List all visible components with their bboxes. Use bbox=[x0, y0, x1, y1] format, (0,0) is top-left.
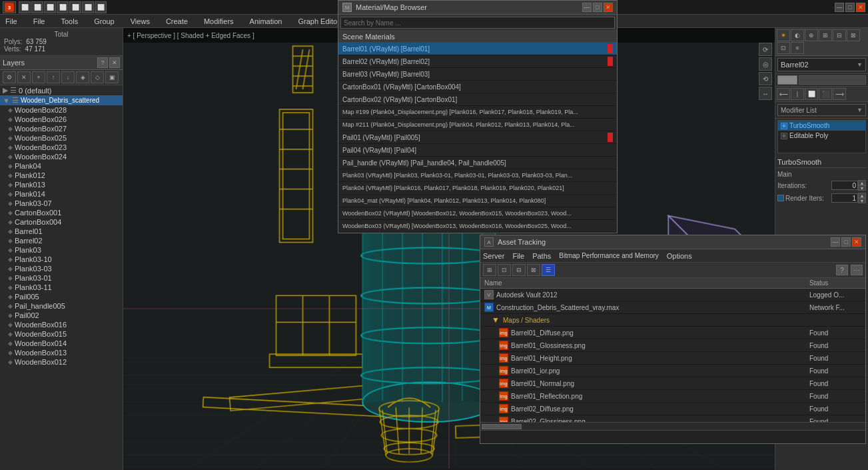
toolbar-icon-5[interactable]: ⬜ bbox=[69, 1, 81, 13]
render-iters-checkbox[interactable] bbox=[777, 195, 784, 201]
layers-list[interactable]: ▶ ☰ 0 (default) ▼ ☰ Wooden_Debris_scatte… bbox=[0, 85, 123, 470]
layer-item-pail005[interactable]: ◆ Pail005 bbox=[0, 292, 123, 301]
menu-edit[interactable]: File bbox=[31, 17, 48, 25]
layer-tool-1[interactable]: ⚙ bbox=[3, 71, 16, 83]
layer-item-cartonbox004[interactable]: ◆ CartonBox004 bbox=[0, 217, 123, 227]
mat-item-barrel01[interactable]: Barrel01 (VRayMtl) [Barrel01] bbox=[338, 43, 617, 55]
layer-item-woodenbox016[interactable]: ◆ WoodenBox016 bbox=[0, 320, 123, 329]
asset-minimize[interactable]: — bbox=[831, 237, 840, 247]
iterations-down[interactable]: ▼ bbox=[858, 185, 866, 191]
modifier-list-header[interactable]: Modifier List ▼ bbox=[777, 104, 866, 116]
menu-modifiers[interactable]: Modifiers bbox=[201, 17, 236, 25]
layer-tool-add[interactable]: + bbox=[32, 71, 45, 83]
asset-menu-paths[interactable]: Paths bbox=[532, 252, 551, 260]
render-iters-input[interactable]: 1 bbox=[831, 193, 858, 203]
modifier-editablepoly[interactable]: ⊕ Editable Poly bbox=[778, 131, 865, 141]
asset-close[interactable]: ✕ bbox=[852, 237, 861, 247]
asset-row-barrel01ior[interactable]: img Barrel01_ior.png Found bbox=[480, 365, 865, 377]
toolbar-icon-2[interactable]: ⬜ bbox=[31, 1, 43, 13]
layer-item-plank03-01[interactable]: ◆ Plank03-01 bbox=[0, 273, 123, 283]
asset-row-maps-folder[interactable]: ▼ Maps / Shaders bbox=[480, 314, 865, 327]
asset-rows[interactable]: V Autodesk Vault 2012 Logged O... M Cons… bbox=[480, 289, 865, 422]
asset-row-vault[interactable]: V Autodesk Vault 2012 Logged O... bbox=[480, 289, 865, 301]
asset-tool-4[interactable]: ⊠ bbox=[527, 264, 540, 276]
layer-1-item[interactable]: ▼ ☰ Wooden_Debris_scattered bbox=[0, 95, 123, 105]
vp-nav-btn-2[interactable]: ◎ bbox=[759, 57, 772, 71]
asset-menu-options[interactable]: Options bbox=[667, 252, 692, 260]
rp-icon-3[interactable]: ⊕ bbox=[805, 29, 818, 41]
layer-item-plank03-11[interactable]: ◆ Plank03-11 bbox=[0, 283, 123, 292]
vp-nav-btn-1[interactable]: ⟳ bbox=[759, 43, 772, 56]
layer-item-woodenbox015[interactable]: ◆ WoodenBox015 bbox=[0, 329, 123, 339]
mat-item-barrel02[interactable]: Barrel02 (VRayMtl) [Barrel02] bbox=[338, 55, 617, 68]
layer-tool-move-up[interactable]: ↑ bbox=[47, 71, 60, 83]
vp-nav-btn-3[interactable]: ⟲ bbox=[759, 72, 772, 85]
close-button[interactable]: ✕ bbox=[856, 3, 865, 12]
layer-item-plank012[interactable]: ◆ Plank012 bbox=[0, 171, 123, 180]
render-iters-up[interactable]: ▲ bbox=[858, 193, 866, 198]
mat-item-plank04mat[interactable]: Plank04_mat (VRayMtl) [Plank04, Plank012… bbox=[338, 195, 617, 207]
asset-dots[interactable]: ⋯ bbox=[851, 265, 863, 275]
layer-item-barrel01[interactable]: ◆ Barrel01 bbox=[0, 227, 123, 236]
menu-animation[interactable]: Animation bbox=[247, 17, 285, 25]
asset-maximize[interactable]: □ bbox=[841, 237, 851, 247]
layer-item-woodenbox023[interactable]: ◆ WoodenBox023 bbox=[0, 143, 123, 152]
layer-item-woodenbox025[interactable]: ◆ WoodenBox025 bbox=[0, 133, 123, 143]
rp-icon-8[interactable]: ≡ bbox=[791, 42, 804, 54]
layer-item-plank03-03[interactable]: ◆ Plank03-03 bbox=[0, 264, 123, 273]
mat-item-pail04[interactable]: Pail04 (VRayMtl) [Pail04] bbox=[338, 144, 617, 157]
mat-item-plank03[interactable]: Plank03 (VRayMtl) [Plank03, Plank03-01, … bbox=[338, 169, 617, 182]
asset-tool-3[interactable]: ⊟ bbox=[512, 264, 526, 276]
mat-search-input[interactable] bbox=[340, 17, 615, 29]
rp-icon-c[interactable]: ⬜ bbox=[805, 88, 818, 100]
toolbar-icon-3[interactable]: ⬜ bbox=[44, 1, 56, 13]
asset-row-barrel02diffuse[interactable]: img Barrel02_Diffuse.png Found bbox=[480, 403, 865, 415]
rp-icon-7[interactable]: ⊡ bbox=[777, 42, 790, 54]
asset-tracking-title-bar[interactable]: A Asset Tracking — □ ✕ bbox=[480, 235, 865, 249]
vp-nav-btn-4[interactable]: ↔ bbox=[759, 87, 772, 100]
layer-tool-6[interactable]: ◇ bbox=[91, 71, 104, 83]
asset-row-barrel02gloss[interactable]: img Barrel02_Glossiness.png Found bbox=[480, 415, 865, 422]
layer-item-plank014[interactable]: ◆ Plank014 bbox=[0, 189, 123, 199]
color-swatch-2[interactable] bbox=[799, 75, 866, 85]
mat-browser-minimize[interactable]: — bbox=[582, 3, 592, 12]
rp-icon-d[interactable]: ⬛ bbox=[819, 88, 832, 100]
layer-tool-7[interactable]: ▣ bbox=[105, 71, 119, 83]
menu-tools[interactable]: Tools bbox=[58, 17, 81, 25]
asset-tool-2[interactable]: ⊡ bbox=[498, 264, 511, 276]
mat-item-pail01[interactable]: Pail01 (VRayMtl) [Pail005] bbox=[338, 131, 617, 144]
layer-item-plank03-07[interactable]: ◆ Plank03-07 bbox=[0, 199, 123, 208]
layer-item-woodenbox028[interactable]: ◆ WoodenBox028 bbox=[0, 105, 123, 115]
mat-browser-maximize[interactable]: □ bbox=[593, 3, 602, 12]
rp-icon-5[interactable]: ⊟ bbox=[833, 29, 846, 41]
asset-help[interactable]: ? bbox=[836, 265, 848, 275]
toolbar-icon-4[interactable]: ⬜ bbox=[57, 1, 69, 13]
layer-item-woodenbox014[interactable]: ◆ WoodenBox014 bbox=[0, 339, 123, 348]
layer-tool-delete[interactable]: ✕ bbox=[17, 71, 31, 83]
mat-browser-title-bar[interactable]: M Material/Map Browser — □ ✕ bbox=[338, 1, 617, 15]
mat-item-cartonbox02[interactable]: CartonBox02 (VRayMtl) [CartonBox01] bbox=[338, 93, 617, 106]
color-swatch-1[interactable] bbox=[777, 75, 797, 85]
toolbar-icon-7[interactable]: ⬜ bbox=[95, 1, 107, 13]
modifier-turbosmooth[interactable]: ⊕ TurboSmooth bbox=[778, 121, 865, 131]
layer-item-plank013[interactable]: ◆ Plank013 bbox=[0, 180, 123, 189]
mat-item-map199[interactable]: Map #199 (Plank04_Displacement.png) [Pla… bbox=[338, 106, 617, 119]
layer-help-icon[interactable]: ? bbox=[97, 57, 108, 68]
rp-icon-1[interactable]: ☀ bbox=[777, 29, 790, 41]
rp-icon-6[interactable]: ⊠ bbox=[847, 29, 860, 41]
layer-0-item[interactable]: ▶ ☰ 0 (default) bbox=[0, 85, 123, 95]
toolbar-icon-6[interactable]: ⬜ bbox=[82, 1, 94, 13]
asset-hscrollbar[interactable] bbox=[480, 422, 865, 430]
asset-row-barrel01height[interactable]: img Barrel01_Height.png Found bbox=[480, 352, 865, 365]
asset-row-barrel01gloss[interactable]: img Barrel01_Glossiness.png Found bbox=[480, 339, 865, 352]
layer-item-woodenbox013[interactable]: ◆ WoodenBox013 bbox=[0, 348, 123, 357]
mat-item-cartonbox01[interactable]: CartonBox01 (VRayMtl) [CartonBox004] bbox=[338, 81, 617, 93]
menu-file[interactable]: File bbox=[3, 17, 20, 25]
iterations-input[interactable]: 0 bbox=[831, 181, 858, 190]
mat-item-woodenbox03[interactable]: WoodenBox03 (VRayMtl) [WoodenBox013, Woo… bbox=[338, 220, 617, 233]
rp-icon-b[interactable]: | bbox=[791, 88, 804, 100]
rp-icon-a[interactable]: ⟵ bbox=[777, 88, 790, 100]
layer-close-icon[interactable]: ✕ bbox=[109, 57, 120, 68]
layer-tool-5[interactable]: ◈ bbox=[76, 71, 89, 83]
mat-item-woodenbox02[interactable]: WoodenBox02 (VRayMtl) [WoodenBox012, Woo… bbox=[338, 207, 617, 220]
